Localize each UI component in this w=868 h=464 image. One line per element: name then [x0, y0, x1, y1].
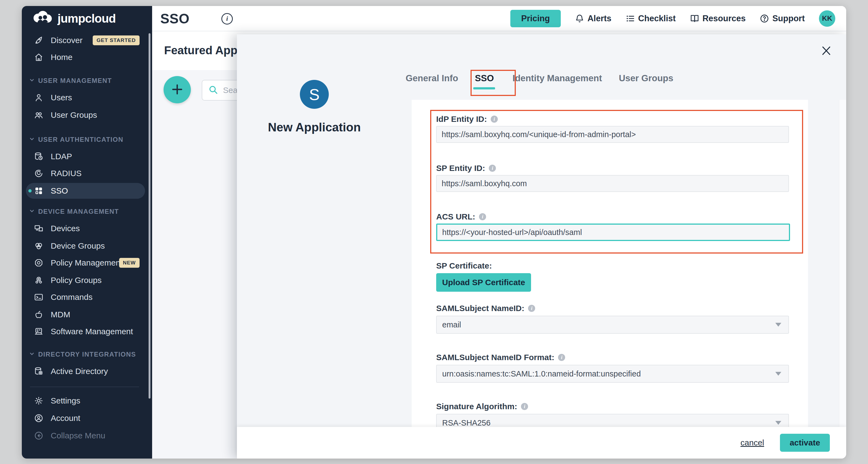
sidebar-item-devices[interactable]: Devices [22, 221, 152, 236]
sidebar-item-label: User Groups [51, 111, 97, 120]
tab-general-info[interactable]: General Info [406, 73, 458, 85]
sidebar-item-device-groups[interactable]: Device Groups [22, 238, 152, 253]
sidebar-item-home[interactable]: Home [22, 50, 152, 65]
chevron-down-icon [29, 77, 35, 84]
nav-checklist-label: Checklist [638, 13, 676, 24]
sidebar-item-sso[interactable]: SSO [22, 183, 152, 199]
sidebar-item-label: Account [51, 413, 80, 423]
acs-url-input[interactable] [436, 223, 790, 241]
sidebar-section-directory-integrations[interactable]: DIRECTORY INTEGRATIONS [22, 348, 152, 361]
sidebar-item-mdm[interactable]: MDM [22, 307, 152, 322]
sidebar-item-label: Collapse Menu [51, 431, 105, 440]
nav-resources[interactable]: Resources [690, 13, 746, 24]
collapse-icon [34, 431, 43, 440]
sidebar-item-active-directory[interactable]: Active Directory [22, 364, 152, 379]
info-icon[interactable]: i [489, 165, 496, 172]
nav-checklist[interactable]: Checklist [626, 13, 676, 24]
screenshot-canvas: SSO i Pricing Alerts Checklist Resources [0, 0, 868, 464]
new-application-modal: S New Application General Info SSO Ident… [237, 34, 846, 459]
sidebar-item-radius[interactable]: RADIUS [22, 166, 152, 181]
laptop-apps-icon [34, 327, 43, 336]
sidebar-item-label: LDAP [51, 152, 72, 161]
tab-user-groups[interactable]: User Groups [619, 73, 673, 85]
saml-subject-nameid-format-select[interactable]: urn:oasis:names:tc:SAML:1.0:nameid-forma… [436, 365, 789, 383]
sidebar-item-account[interactable]: Account [22, 410, 152, 426]
sidebar-item-label: Devices [51, 224, 80, 233]
sso-form-panel: IdP Entity ID: i SP Entity ID: i ACS URL… [412, 100, 808, 428]
saml-subject-nameid-format-label-text: SAMLSubject NameID Format: [436, 353, 554, 362]
sidebar-item-label: Users [51, 93, 72, 102]
sidebar-item-commands[interactable]: Commands [22, 289, 152, 305]
tab-sso[interactable]: SSO [475, 73, 494, 85]
sidebar-scrollbar[interactable] [149, 33, 151, 399]
add-application-button[interactable] [163, 76, 191, 103]
tab-identity-management[interactable]: Identity Management [513, 73, 602, 85]
info-icon[interactable]: i [521, 403, 528, 410]
sidebar-item-ldap[interactable]: LDAP [22, 149, 152, 164]
acs-url-label: ACS URL: i [436, 212, 486, 221]
pricing-button[interactable]: Pricing [510, 10, 561, 27]
sidebar-item-label: RADIUS [51, 169, 82, 178]
sidebar-section-user-management[interactable]: USER MANAGEMENT [22, 75, 152, 87]
sidebar-item-label: Active Directory [51, 367, 108, 376]
book-icon [690, 14, 699, 23]
chevron-down-icon [29, 136, 35, 143]
cancel-button[interactable]: cancel [740, 438, 764, 447]
get-started-badge: GET STARTED [93, 35, 140, 45]
caret-down-icon [775, 421, 781, 425]
venn-icon [34, 241, 43, 251]
sidebar-item-users[interactable]: Users [22, 90, 152, 105]
sidebar-section-user-authentication[interactable]: USER AUTHENTICATION [22, 133, 152, 146]
sidebar-item-settings[interactable]: Settings [22, 393, 152, 408]
user-avatar[interactable]: KK [819, 10, 835, 27]
info-icon[interactable]: i [528, 305, 535, 312]
question-icon [760, 14, 769, 23]
info-icon[interactable]: i [479, 213, 486, 220]
section-title: USER AUTHENTICATION [38, 136, 123, 144]
devices-icon [34, 223, 43, 234]
apple-icon [34, 310, 43, 319]
sidebar-item-user-groups[interactable]: User Groups [22, 107, 152, 123]
nav-resources-label: Resources [703, 13, 746, 24]
sidebar-item-policy-groups[interactable]: Policy Groups [22, 273, 152, 288]
caret-down-icon [775, 372, 781, 376]
selected-value: RSA-SHA256 [442, 419, 490, 428]
database-clock-icon [34, 152, 43, 161]
idp-entity-id-input[interactable] [436, 126, 789, 143]
cloud-logo-icon [31, 10, 55, 27]
active-tab-underline [473, 87, 495, 89]
acs-url-label-text: ACS URL: [436, 212, 475, 221]
info-icon[interactable]: i [221, 13, 233, 25]
modal-scrollbar-track[interactable] [839, 100, 846, 428]
gear-icon [34, 396, 43, 406]
close-icon[interactable] [820, 45, 832, 57]
sidebar-item-policy-management[interactable]: Policy Management NEW [22, 255, 152, 271]
upload-sp-certificate-button[interactable]: Upload SP Certificate [436, 273, 531, 292]
sidebar-item-label: Device Groups [51, 241, 105, 251]
logo-text: jumpcloud [58, 12, 116, 25]
sidebar-item-label: Policy Groups [51, 276, 102, 285]
sidebar-item-discover[interactable]: Discover GET STARTED [22, 33, 152, 48]
nav-alerts[interactable]: Alerts [575, 13, 612, 24]
activate-button[interactable]: activate [780, 434, 830, 452]
sidebar-item-label: Commands [51, 292, 92, 302]
nav-support[interactable]: Support [760, 13, 805, 24]
new-badge: NEW [119, 258, 140, 268]
sp-entity-id-input[interactable] [436, 175, 789, 192]
sidebar-item-label: MDM [51, 310, 70, 319]
jumpcloud-logo[interactable]: jumpcloud [31, 10, 116, 27]
saml-subject-nameid-select[interactable]: email [436, 316, 789, 334]
signature-algorithm-label-text: Signature Algorithm: [436, 402, 517, 411]
sidebar-item-label: Discover [51, 36, 83, 45]
sp-entity-id-label-text: SP Entity ID: [436, 163, 485, 173]
header-nav: Pricing Alerts Checklist Resources Suppo… [510, 6, 835, 31]
sidebar-item-software-management[interactable]: Software Management [22, 324, 152, 339]
nav-support-label: Support [772, 13, 805, 24]
info-icon[interactable]: i [558, 354, 565, 361]
sp-certificate-label: SP Certificate: [436, 261, 492, 271]
chevron-down-icon [29, 208, 35, 215]
info-icon[interactable]: i [491, 116, 498, 123]
section-title: USER MANAGEMENT [38, 77, 112, 85]
sidebar-section-device-management[interactable]: DEVICE MANAGEMENT [22, 206, 152, 218]
sidebar-item-collapse-menu[interactable]: Collapse Menu [22, 428, 152, 443]
